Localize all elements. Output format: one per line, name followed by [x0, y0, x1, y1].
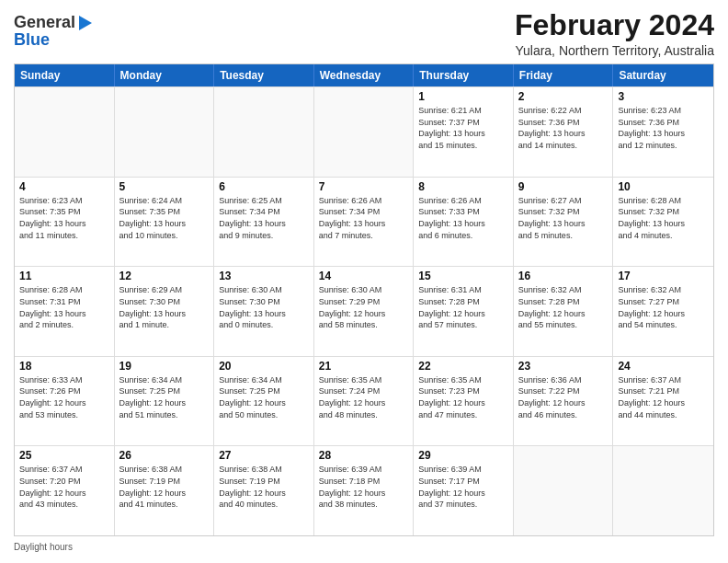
calendar-cell: 5Sunrise: 6:24 AMSunset: 7:35 PMDaylight…	[115, 178, 215, 267]
subtitle: Yulara, Northern Territory, Australia	[515, 43, 714, 58]
day-info: Sunrise: 6:21 AMSunset: 7:37 PMDaylight:…	[418, 105, 508, 151]
calendar-cell: 1Sunrise: 6:21 AMSunset: 7:37 PMDaylight…	[414, 87, 514, 177]
calendar-week-2: 11Sunrise: 6:28 AMSunset: 7:31 PMDayligh…	[15, 266, 713, 356]
day-number: 19	[119, 360, 210, 373]
header: General Blue February 2024 Yulara, North…	[14, 9, 714, 58]
day-info: Sunrise: 6:32 AMSunset: 7:27 PMDaylight:…	[618, 284, 709, 330]
calendar-cell: 13Sunrise: 6:30 AMSunset: 7:30 PMDayligh…	[214, 267, 314, 356]
day-info: Sunrise: 6:25 AMSunset: 7:34 PMDaylight:…	[219, 195, 309, 241]
calendar-cell: 2Sunrise: 6:22 AMSunset: 7:36 PMDaylight…	[514, 87, 614, 177]
calendar-cell: 22Sunrise: 6:35 AMSunset: 7:23 PMDayligh…	[414, 357, 514, 446]
day-info: Sunrise: 6:39 AMSunset: 7:17 PMDaylight:…	[418, 464, 508, 510]
day-info: Sunrise: 6:26 AMSunset: 7:33 PMDaylight:…	[418, 195, 508, 241]
calendar-cell: 16Sunrise: 6:32 AMSunset: 7:28 PMDayligh…	[514, 267, 614, 356]
day-info: Sunrise: 6:32 AMSunset: 7:28 PMDaylight:…	[518, 284, 609, 330]
calendar-cell: 27Sunrise: 6:38 AMSunset: 7:19 PMDayligh…	[214, 446, 314, 535]
day-info: Sunrise: 6:39 AMSunset: 7:18 PMDaylight:…	[319, 464, 409, 510]
day-number: 23	[518, 360, 609, 373]
day-number: 25	[19, 449, 109, 462]
day-info: Sunrise: 6:38 AMSunset: 7:19 PMDaylight:…	[119, 464, 210, 510]
calendar-cell: 12Sunrise: 6:29 AMSunset: 7:30 PMDayligh…	[115, 267, 215, 356]
day-number: 24	[618, 360, 709, 373]
page: General Blue February 2024 Yulara, North…	[0, 0, 728, 563]
day-number: 3	[618, 90, 709, 103]
calendar-cell: 10Sunrise: 6:28 AMSunset: 7:32 PMDayligh…	[613, 178, 713, 267]
header-cell-tuesday: Tuesday	[214, 64, 314, 86]
day-info: Sunrise: 6:34 AMSunset: 7:25 PMDaylight:…	[119, 374, 210, 420]
calendar-cell: 6Sunrise: 6:25 AMSunset: 7:34 PMDaylight…	[214, 178, 314, 267]
day-info: Sunrise: 6:38 AMSunset: 7:19 PMDaylight:…	[219, 464, 309, 510]
day-info: Sunrise: 6:30 AMSunset: 7:30 PMDaylight:…	[219, 284, 309, 330]
day-info: Sunrise: 6:36 AMSunset: 7:22 PMDaylight:…	[518, 374, 609, 420]
calendar-week-0: 1Sunrise: 6:21 AMSunset: 7:37 PMDaylight…	[15, 86, 713, 177]
main-title: February 2024	[515, 9, 714, 41]
calendar-cell: 11Sunrise: 6:28 AMSunset: 7:31 PMDayligh…	[15, 267, 115, 356]
calendar-body: 1Sunrise: 6:21 AMSunset: 7:37 PMDaylight…	[15, 86, 713, 535]
day-number: 9	[518, 180, 609, 193]
day-number: 5	[119, 180, 210, 193]
calendar-cell	[115, 87, 215, 177]
logo-general-text: General	[14, 13, 75, 32]
calendar-week-4: 25Sunrise: 6:37 AMSunset: 7:20 PMDayligh…	[15, 445, 713, 535]
calendar-cell: 28Sunrise: 6:39 AMSunset: 7:18 PMDayligh…	[314, 446, 415, 535]
calendar: SundayMondayTuesdayWednesdayThursdayFrid…	[14, 63, 714, 536]
calendar-cell: 23Sunrise: 6:36 AMSunset: 7:22 PMDayligh…	[514, 357, 614, 446]
logo: General Blue	[14, 13, 92, 50]
calendar-cell: 26Sunrise: 6:38 AMSunset: 7:19 PMDayligh…	[115, 446, 215, 535]
header-cell-sunday: Sunday	[15, 64, 115, 86]
header-cell-wednesday: Wednesday	[314, 64, 415, 86]
calendar-cell: 20Sunrise: 6:34 AMSunset: 7:25 PMDayligh…	[214, 357, 314, 446]
calendar-cell: 25Sunrise: 6:37 AMSunset: 7:20 PMDayligh…	[15, 446, 115, 535]
day-number: 28	[319, 449, 409, 462]
day-number: 6	[219, 180, 309, 193]
day-info: Sunrise: 6:37 AMSunset: 7:21 PMDaylight:…	[618, 374, 709, 420]
day-info: Sunrise: 6:22 AMSunset: 7:36 PMDaylight:…	[518, 105, 609, 151]
calendar-cell: 14Sunrise: 6:30 AMSunset: 7:29 PMDayligh…	[314, 267, 415, 356]
calendar-cell	[613, 446, 713, 535]
footer-note: Daylight hours	[14, 540, 714, 554]
day-info: Sunrise: 6:28 AMSunset: 7:32 PMDaylight:…	[618, 195, 709, 241]
calendar-cell: 21Sunrise: 6:35 AMSunset: 7:24 PMDayligh…	[314, 357, 415, 446]
day-info: Sunrise: 6:35 AMSunset: 7:23 PMDaylight:…	[418, 374, 508, 420]
calendar-week-1: 4Sunrise: 6:23 AMSunset: 7:35 PMDaylight…	[15, 177, 713, 267]
logo-triangle-icon	[79, 16, 92, 30]
day-info: Sunrise: 6:23 AMSunset: 7:35 PMDaylight:…	[19, 195, 109, 241]
day-info: Sunrise: 6:27 AMSunset: 7:32 PMDaylight:…	[518, 195, 609, 241]
calendar-cell: 3Sunrise: 6:23 AMSunset: 7:36 PMDaylight…	[613, 87, 713, 177]
day-number: 18	[19, 360, 109, 373]
header-cell-thursday: Thursday	[414, 64, 514, 86]
calendar-cell: 4Sunrise: 6:23 AMSunset: 7:35 PMDaylight…	[15, 178, 115, 267]
header-cell-saturday: Saturday	[613, 64, 713, 86]
day-number: 7	[319, 180, 409, 193]
calendar-header: SundayMondayTuesdayWednesdayThursdayFrid…	[15, 64, 713, 86]
day-info: Sunrise: 6:33 AMSunset: 7:26 PMDaylight:…	[19, 374, 109, 420]
day-number: 14	[319, 270, 409, 282]
header-cell-monday: Monday	[115, 64, 215, 86]
day-number: 11	[19, 270, 109, 282]
calendar-cell	[15, 87, 115, 177]
day-number: 4	[19, 180, 109, 193]
day-number: 16	[518, 270, 609, 282]
day-number: 1	[418, 90, 508, 103]
calendar-cell: 15Sunrise: 6:31 AMSunset: 7:28 PMDayligh…	[414, 267, 514, 356]
day-number: 26	[119, 449, 210, 462]
calendar-cell: 18Sunrise: 6:33 AMSunset: 7:26 PMDayligh…	[15, 357, 115, 446]
day-number: 2	[518, 90, 609, 103]
calendar-cell	[514, 446, 614, 535]
calendar-cell: 9Sunrise: 6:27 AMSunset: 7:32 PMDaylight…	[514, 178, 614, 267]
day-info: Sunrise: 6:34 AMSunset: 7:25 PMDaylight:…	[219, 374, 309, 420]
day-number: 8	[418, 180, 508, 193]
day-number: 17	[618, 270, 709, 282]
header-cell-friday: Friday	[514, 64, 614, 86]
day-info: Sunrise: 6:29 AMSunset: 7:30 PMDaylight:…	[119, 284, 210, 330]
calendar-cell: 29Sunrise: 6:39 AMSunset: 7:17 PMDayligh…	[414, 446, 514, 535]
day-number: 29	[418, 449, 508, 462]
day-number: 13	[219, 270, 309, 282]
day-number: 12	[119, 270, 210, 282]
day-number: 27	[219, 449, 309, 462]
day-info: Sunrise: 6:35 AMSunset: 7:24 PMDaylight:…	[319, 374, 409, 420]
day-number: 21	[319, 360, 409, 373]
calendar-cell: 8Sunrise: 6:26 AMSunset: 7:33 PMDaylight…	[414, 178, 514, 267]
calendar-cell: 24Sunrise: 6:37 AMSunset: 7:21 PMDayligh…	[613, 357, 713, 446]
calendar-cell	[214, 87, 314, 177]
